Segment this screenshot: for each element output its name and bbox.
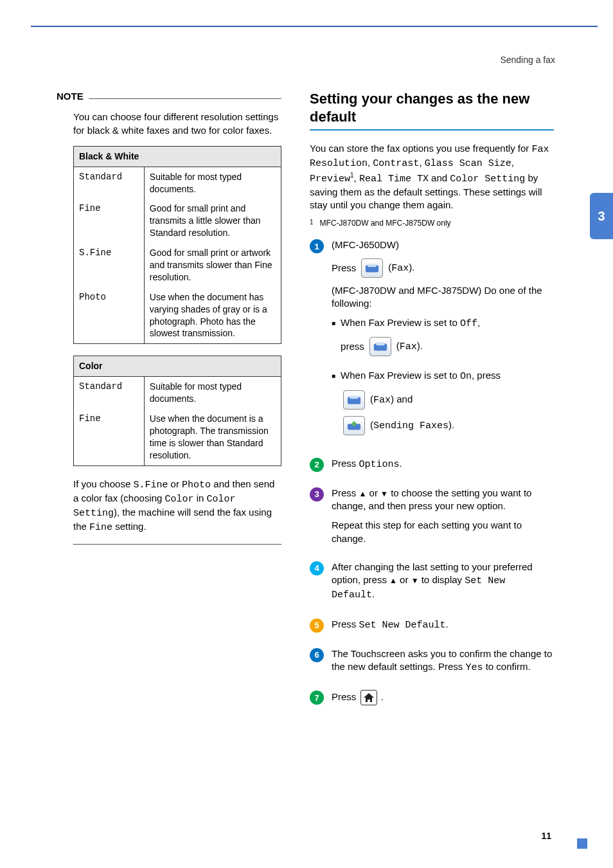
t: . (400, 458, 402, 469)
t: Press (332, 458, 359, 469)
note-rule (89, 98, 281, 99)
model-label-2: (MFC-J870DW and MFC-J875DW) Do one of th… (332, 284, 554, 311)
note-intro: You can choose four different resolution… (73, 111, 281, 137)
note-after: If you choose S.Fine or Photo and then s… (73, 478, 281, 535)
step-5: 5 Press Set New Default. (310, 618, 554, 638)
res-val: Good for small print or artwork and tran… (144, 243, 281, 287)
res-key: Standard (74, 377, 145, 409)
t: . (446, 619, 449, 629)
sub-item: When Fax Preview is set to On, press (Fa… (332, 369, 554, 441)
bw-header: Black & White (74, 146, 281, 167)
note-close-rule (73, 544, 281, 545)
table-row: StandardSuitable for most typed document… (74, 167, 281, 199)
press-fax-row: Press (Fax). (332, 258, 554, 278)
t: Set New Default (359, 620, 446, 631)
t: , (511, 157, 514, 168)
t: Preview (310, 174, 350, 185)
up-arrow-icon: ▲ (389, 576, 397, 585)
svg-rect-3 (376, 343, 384, 346)
t: , press (472, 370, 501, 381)
footnote-text: MFC-J870DW and MFC-J875DW only (320, 218, 451, 228)
model-label: (MFC-J650DW) (332, 239, 554, 251)
bw-table: Black & White StandardSuitable for most … (73, 146, 281, 345)
t: , (419, 157, 424, 168)
step-3: 3 Press ▲ or ▼ to choose the setting you… (310, 487, 554, 552)
t: in (194, 493, 207, 503)
t: On (460, 371, 472, 382)
t: Fine (89, 522, 112, 533)
home-icon (360, 690, 377, 705)
t: When Fax Preview is set to (341, 317, 460, 328)
res-val: Use when the document has varying shades… (144, 287, 281, 344)
fax-icon (343, 390, 365, 410)
t: Press (332, 619, 359, 629)
res-val: Good for small print and transmits a lit… (144, 199, 281, 243)
t: Real Time TX (359, 174, 429, 185)
step-4: 4 After changing the last setting to you… (310, 561, 554, 609)
res-val: Suitable for most typed documents. (144, 377, 281, 409)
chapter-tab: 3 (590, 193, 613, 239)
page-content: NOTE You can choose four different resol… (57, 90, 555, 721)
res-key: Standard (74, 167, 145, 199)
t: Options (359, 459, 400, 470)
t: Photo (182, 480, 211, 491)
t: or (397, 574, 411, 585)
t: Repeat this step for each setting you wa… (332, 519, 554, 545)
step-6: 6 The Touchscreen asks you to confirm th… (310, 647, 554, 682)
color-table: Color StandardSuitable for most typed do… (73, 356, 281, 466)
right-column: Setting your changes as the new default … (310, 90, 554, 721)
t: (Sending Faxes). (370, 419, 454, 433)
t: Press (332, 487, 359, 498)
sub-item: When Fax Preview is set to Off, press (F… (332, 316, 554, 363)
t: Fax (373, 395, 391, 406)
t: Color (165, 494, 194, 505)
t: . (381, 691, 384, 702)
footnote: 1 MFC-J870DW and MFC-J875DW only (310, 218, 554, 228)
step-badge: 5 (310, 619, 324, 633)
down-arrow-icon: ▼ (411, 576, 419, 585)
step-badge: 6 (310, 648, 324, 662)
step-badge: 2 (310, 458, 324, 472)
t: and (394, 393, 413, 404)
t: When Fax Preview is set to (341, 370, 460, 381)
up-arrow-icon: ▲ (359, 489, 367, 498)
section-intro: You can store the fax options you use fr… (310, 142, 554, 212)
step-1: 1 (MFC-J650DW) Press (Fax). (MFC-J870DW … (310, 239, 554, 448)
page-corner (577, 838, 587, 849)
t: S.Fine (133, 480, 168, 491)
res-key: S.Fine (74, 243, 145, 287)
step-badge: 4 (310, 561, 324, 575)
t: Fax (400, 341, 417, 352)
svg-rect-5 (350, 395, 359, 399)
t: Sending Faxes (373, 420, 449, 431)
table-row: FineGood for small print and transmits a… (74, 199, 281, 243)
note-label: NOTE (57, 90, 84, 103)
t: and (429, 172, 450, 183)
t: Fax (391, 263, 409, 274)
steps-list: 1 (MFC-J650DW) Press (Fax). (MFC-J870DW … (310, 239, 554, 712)
sending-faxes-icon (343, 416, 365, 435)
color-header: Color (74, 356, 281, 377)
t: (Fax) and (370, 393, 413, 407)
breadcrumb: Sending a fax (500, 54, 555, 66)
t: to display (419, 574, 465, 585)
t: setting. (112, 521, 147, 532)
t: or (366, 487, 380, 498)
t: Press (332, 691, 359, 702)
step-7: 7 Press . (310, 690, 554, 712)
svg-marker-8 (364, 693, 374, 702)
t: You can store the fax options you use fr… (310, 143, 532, 154)
res-key: Photo (74, 287, 145, 344)
svg-rect-1 (368, 264, 377, 267)
t: Color Setting (450, 174, 525, 185)
t: , (477, 317, 480, 328)
t: Press (332, 262, 356, 275)
res-val: Suitable for most typed documents. (144, 167, 281, 199)
res-key: Fine (74, 409, 145, 466)
down-arrow-icon: ▼ (380, 489, 388, 498)
top-rule (31, 26, 598, 27)
t: press (341, 340, 364, 353)
step-badge: 7 (310, 691, 324, 705)
t: If you choose (73, 478, 133, 489)
table-row: FineUse when the document is a photograp… (74, 409, 281, 466)
